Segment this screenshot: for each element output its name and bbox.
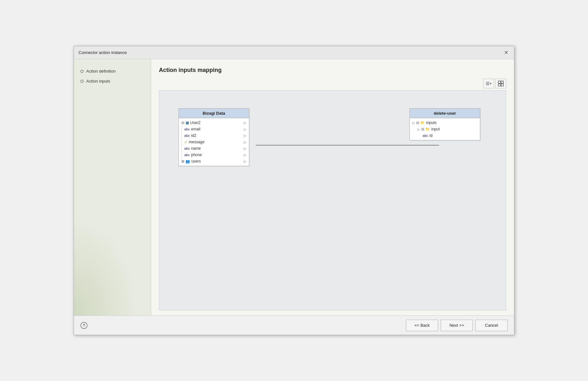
expand-icon: ⊟: [421, 127, 424, 131]
back-button[interactable]: << Back: [406, 320, 438, 331]
abc-icon: abc: [184, 147, 190, 150]
left-entity-box: Bizagi Data ⊟ ▦ UserZ ▷: [179, 108, 249, 166]
canvas-container: Bizagi Data ⊟ ▦ UserZ ▷: [159, 91, 506, 310]
row-label-email: email: [191, 127, 200, 131]
close-button[interactable]: ✕: [502, 49, 510, 56]
table-row: ▷ ⊟ 📁 inputs: [410, 120, 480, 126]
sidebar: Action definition Action inputs: [74, 59, 151, 315]
dialog-footer: ? << Back Next >> Cancel: [74, 315, 514, 335]
mapping-view-button[interactable]: [483, 79, 494, 88]
svg-rect-6: [501, 84, 503, 86]
bizagi-data-box: Bizagi Data ⊟ ▦ UserZ ▷: [179, 108, 249, 166]
folder-icon: 📁: [420, 121, 425, 125]
table-row: abc id: [420, 132, 480, 139]
row-label-id: id: [429, 133, 432, 138]
arrow-id2: ▷: [244, 134, 246, 137]
row-label-name: name: [191, 146, 201, 151]
abc-icon: abc: [423, 134, 428, 137]
table-row: ▷ ⊟ 📁 input: [415, 126, 480, 132]
sidebar-item-action-inputs[interactable]: Action inputs: [80, 79, 144, 84]
row-label-input: input: [431, 127, 440, 131]
table-row: abc email ▷: [181, 126, 249, 132]
title-bar: Connector action instance ✕: [74, 46, 514, 59]
row-label-phone: phone: [191, 153, 202, 157]
table-row: abc name ▷: [181, 145, 249, 152]
table-icon: ▦: [186, 121, 189, 125]
connector-action-dialog: Connector action instance ✕ Action defin…: [74, 46, 514, 335]
sidebar-decoration: [74, 219, 138, 315]
left-entity-rows: ⊟ ▦ UserZ ▷ abc email ▷: [179, 118, 249, 166]
arrow-users: ▷: [244, 160, 246, 163]
right-entity-box: delete-user ▷ ⊟ 📁 inputs: [409, 108, 480, 140]
grid-view-button[interactable]: [495, 79, 506, 88]
sidebar-label-1: Action definition: [86, 69, 116, 74]
right-entity-header: delete-user: [410, 109, 480, 118]
footer-left: ?: [80, 322, 87, 329]
svg-rect-3: [498, 81, 501, 83]
arrow-userz: ▷: [244, 121, 246, 125]
table-row: abc id2 ▷: [181, 132, 249, 139]
abc-icon: abc: [184, 153, 190, 157]
svg-rect-5: [498, 84, 501, 86]
sidebar-dot-1: [80, 70, 84, 73]
sidebar-dot-2: [80, 80, 84, 83]
abc-icon: abc: [184, 128, 190, 131]
svg-rect-4: [501, 81, 503, 83]
arrow-phone: ▷: [244, 153, 246, 157]
table-row: ✓ message ▷: [181, 139, 249, 145]
left-arrow-inputs: ▷: [412, 121, 415, 125]
toolbar-row: [159, 79, 506, 88]
abc-icon: abc: [184, 134, 190, 137]
row-label-id2: id2: [191, 133, 196, 138]
row-label-inputs: inputs: [426, 120, 436, 125]
table-row: ⊞ 👥 users ▷: [179, 158, 249, 164]
page-title: Action inputs mapping: [159, 67, 506, 74]
right-entity-rows: ▷ ⊟ 📁 inputs ▷ ⊟ 📁 in: [410, 118, 480, 140]
help-label: ?: [83, 323, 85, 328]
expand-icon: ⊟: [181, 121, 184, 125]
table-row: abc phone ▷: [181, 152, 249, 158]
left-entity-header: Bizagi Data: [179, 109, 249, 118]
sidebar-label-2: Action inputs: [86, 79, 110, 84]
dialog-body: Action definition Action inputs Action i…: [74, 59, 514, 315]
arrow-email: ▷: [244, 128, 246, 131]
main-area: Action inputs mapping: [151, 59, 514, 315]
table-row: ⊟ ▦ UserZ ▷: [179, 120, 249, 126]
row-label-userz: UserZ: [190, 120, 201, 125]
dialog-title: Connector action instance: [78, 50, 127, 55]
expand-icon: ⊟: [416, 121, 419, 125]
delete-user-box: delete-user ▷ ⊟ 📁 inputs: [409, 108, 480, 140]
mapping-icon: [485, 81, 492, 86]
cancel-button[interactable]: Cancel: [475, 320, 508, 331]
expand-icon: ⊞: [181, 159, 184, 164]
arrow-message: ▷: [244, 140, 246, 144]
folder-icon: 📁: [426, 127, 430, 131]
mapping-canvas: Bizagi Data ⊟ ▦ UserZ ▷: [159, 90, 506, 310]
next-button[interactable]: Next >>: [441, 320, 473, 331]
footer-buttons: << Back Next >> Cancel: [406, 320, 508, 331]
row-label-message: message: [189, 140, 205, 144]
left-arrow-input: ▷: [418, 128, 420, 131]
row-label-users: users: [191, 159, 201, 164]
grid-icon: [498, 81, 504, 86]
users-icon: 👥: [186, 159, 190, 164]
check-icon: ✓: [184, 140, 188, 144]
sidebar-item-action-definition[interactable]: Action definition: [80, 69, 144, 74]
help-button[interactable]: ?: [80, 322, 87, 329]
arrow-name: ▷: [244, 147, 246, 150]
